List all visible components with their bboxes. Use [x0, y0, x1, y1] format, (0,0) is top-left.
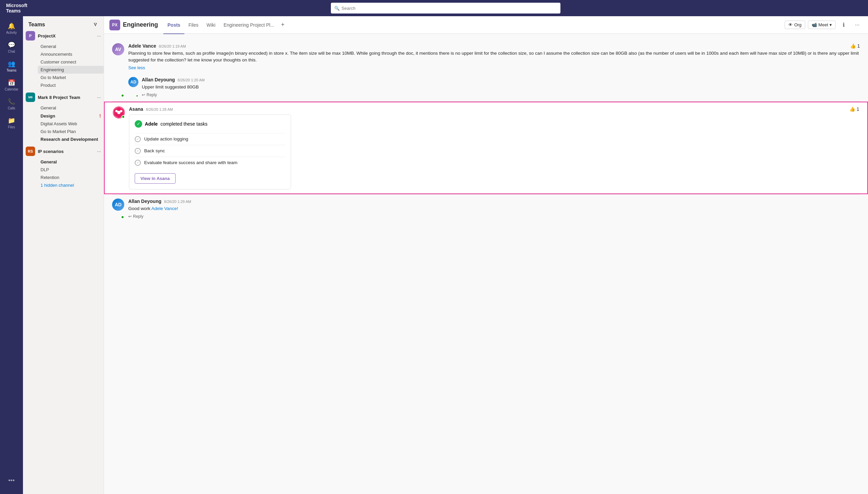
- team-row-ipscenarios[interactable]: RS IP scenarios ···: [23, 145, 104, 158]
- asana-completed-text: completed these tasks: [160, 121, 207, 127]
- adele-msg-time: 8/26/20 1:19 AM: [159, 44, 186, 48]
- meet-icon: 📹: [812, 22, 817, 27]
- activity-nav[interactable]: 🔔 Activity: [3, 19, 20, 38]
- see-less-link[interactable]: See less: [128, 65, 860, 70]
- more-options-button[interactable]: ···: [852, 20, 863, 31]
- add-tab-button[interactable]: +: [278, 16, 287, 34]
- more-nav[interactable]: •••: [3, 471, 20, 490]
- sidebar: Teams ⛛ P ProjectX ··· General Announcem…: [23, 16, 104, 494]
- allan-gw-reply-btn[interactable]: ↩ Reply: [128, 214, 860, 219]
- allan-gw-content: Allan Deyoung 8/26/20 1:29 AM Good work …: [128, 198, 860, 219]
- meet-label: Meet: [818, 22, 828, 27]
- teams-label: Teams: [6, 69, 16, 72]
- channel-item-general-m8[interactable]: General: [38, 104, 104, 112]
- team-more-projectx[interactable]: ···: [97, 33, 101, 38]
- messages-area: AV Adele Vance 8/26/20 1:19 AM Planning …: [104, 34, 868, 494]
- main-layout: 🔔 Activity 💬 Chat 👥 Teams 📅 Calendar 📞 C…: [0, 16, 868, 494]
- files-label: Files: [8, 125, 15, 129]
- asana-avatar-wrap: [113, 106, 125, 189]
- channel-item-research-dev[interactable]: Research and Development: [38, 135, 104, 143]
- chat-nav[interactable]: 💬 Chat: [3, 38, 20, 57]
- app-title: Microsoft Teams: [6, 3, 27, 14]
- teams-nav[interactable]: 👥 Teams: [3, 57, 20, 76]
- task-check-icon-1: ✓: [136, 137, 139, 141]
- allan-goodwork-message: AD Allan Deyoung 8/26/20 1:29 AM Good wo…: [104, 194, 868, 223]
- team-more-mark8[interactable]: ···: [97, 95, 101, 100]
- allan-reply-header: Allan Deyoung 8/26/20 1:20 AM: [142, 77, 205, 82]
- asana-message-content: Asana 8/26/20 1:28 AM ✓ Adele completed …: [129, 106, 859, 189]
- app-header: Microsoft Teams 🔍: [0, 0, 868, 16]
- tab-wiki[interactable]: Wiki: [202, 17, 219, 34]
- channel-item-goto-market[interactable]: Go to Market: [38, 74, 104, 81]
- asana-check-icon: ✓: [135, 120, 142, 128]
- activity-icon: 🔔: [8, 22, 15, 30]
- tab-engineering-proj[interactable]: Engineering Project Pl...: [219, 17, 278, 34]
- channel-item-engineering[interactable]: Engineering: [38, 66, 104, 74]
- adele-mention[interactable]: Adele Vance!: [151, 206, 178, 211]
- calls-nav[interactable]: 📞 Calls: [3, 95, 20, 113]
- adele-avatar: AV: [112, 43, 124, 55]
- channel-item-dlp[interactable]: DLP: [38, 166, 104, 174]
- tab-posts[interactable]: Posts: [163, 17, 184, 34]
- channel-item-product[interactable]: Product: [38, 81, 104, 89]
- meet-button[interactable]: 📹 Meet ▾: [808, 21, 835, 29]
- calls-icon: 📞: [8, 98, 15, 106]
- chat-label: Chat: [8, 50, 15, 53]
- search-input[interactable]: [331, 3, 560, 14]
- team-name-projectx: ProjectX: [38, 34, 94, 38]
- search-container: 🔍: [331, 3, 560, 14]
- calendar-label: Calendar: [5, 88, 19, 91]
- files-icon: 📁: [8, 117, 15, 124]
- channel-item-hidden[interactable]: 1 hidden channel: [38, 181, 104, 189]
- channel-item-customer-connect[interactable]: Customer connect: [38, 58, 104, 66]
- task-circle-3: ✓: [135, 160, 141, 166]
- adele-msg-header: Adele Vance 8/26/20 1:19 AM: [128, 43, 860, 49]
- channel-item-general-ip[interactable]: General: [38, 158, 104, 166]
- channel-item-general-px[interactable]: General: [38, 42, 104, 50]
- sidebar-header: Teams ⛛: [23, 19, 104, 29]
- allan-reply-btn[interactable]: ↩ Reply: [142, 93, 205, 97]
- adele-reaction: 👍 1: [850, 43, 860, 49]
- team-more-ipscenarios[interactable]: ···: [97, 149, 101, 154]
- team-row-projectx[interactable]: P ProjectX ···: [23, 29, 104, 42]
- adele-status-dot: [121, 94, 124, 97]
- channel-item-design[interactable]: Design !: [38, 112, 104, 120]
- asana-card: ✓ Adele completed these tasks ✓ Update a…: [129, 114, 291, 189]
- teams-icon: 👥: [8, 60, 15, 68]
- filter-icon[interactable]: ⛛: [93, 22, 98, 28]
- asana-author: Asana: [129, 106, 143, 112]
- asana-reaction-count: 1: [856, 106, 859, 112]
- channel-header: PX Engineering Posts Files Wiki Engineer…: [104, 16, 868, 34]
- sidebar-title: Teams: [28, 22, 45, 28]
- allan-reply-avatar-wrap: AD: [128, 77, 138, 97]
- tab-files[interactable]: Files: [184, 17, 202, 34]
- channel-list-ipscenarios: General DLP Retention 1 hidden channel: [23, 158, 104, 189]
- asana-message-block: Asana 8/26/20 1:28 AM ✓ Adele completed …: [104, 102, 868, 194]
- channel-item-digital-assets[interactable]: Digital Assets Web: [38, 120, 104, 128]
- channel-badge: PX: [109, 20, 120, 31]
- channel-item-announcements[interactable]: Announcements: [38, 50, 104, 58]
- info-button[interactable]: ℹ: [838, 20, 849, 31]
- channel-item-goto-market-plan[interactable]: Go to Market Plan: [38, 128, 104, 135]
- allan-reply-text: Upper limit suggested 80GB: [142, 84, 205, 91]
- good-work-text-before: Good work: [128, 206, 151, 211]
- asana-task-1: ✓ Update action logging: [135, 133, 285, 145]
- team-row-mark8[interactable]: M8 Mark 8 Project Team ···: [23, 91, 104, 104]
- team-avatar-mark8: M8: [26, 93, 35, 102]
- view-asana-button[interactable]: View in Asana: [135, 173, 176, 184]
- header-actions: 👁 Org 📹 Meet ▾ ℹ ···: [785, 20, 863, 31]
- chat-icon: 💬: [8, 41, 15, 49]
- channel-tabs: Posts Files Wiki Engineering Project Pl.…: [163, 16, 782, 34]
- channel-item-retention[interactable]: Retention: [38, 174, 104, 181]
- svg-point-7: [120, 110, 122, 112]
- team-avatar-projectx: P: [26, 31, 35, 40]
- files-nav[interactable]: 📁 Files: [3, 113, 20, 132]
- task-label-3: Evaluate feature success and share with …: [144, 160, 237, 165]
- team-name-ipscenarios: IP scenarios: [38, 149, 94, 154]
- calendar-icon: 📅: [8, 79, 15, 87]
- calendar-nav[interactable]: 📅 Calendar: [3, 76, 20, 95]
- asana-task-3: ✓ Evaluate feature success and share wit…: [135, 157, 285, 169]
- team-group-mark8: M8 Mark 8 Project Team ··· General Desig…: [23, 91, 104, 143]
- asana-card-header: ✓ Adele completed these tasks: [135, 120, 285, 128]
- org-button[interactable]: 👁 Org: [785, 21, 805, 29]
